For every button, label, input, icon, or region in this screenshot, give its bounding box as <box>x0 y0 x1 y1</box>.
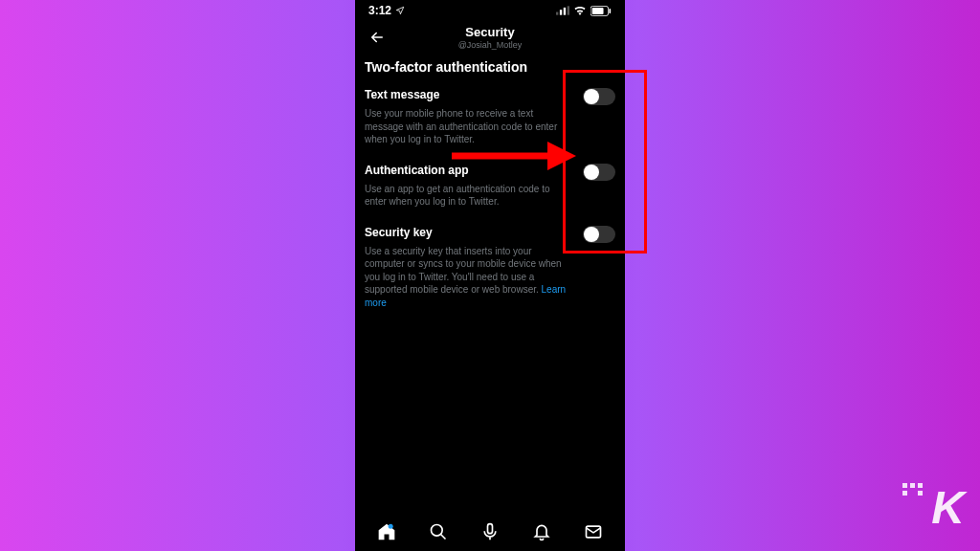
status-time: 3:12 <box>368 4 391 17</box>
svg-rect-3 <box>568 6 569 14</box>
page-subtitle: @Josiah_Motley <box>458 40 523 50</box>
svg-point-7 <box>389 524 393 529</box>
svg-rect-5 <box>592 8 604 14</box>
option-title: Authentication app <box>365 164 568 177</box>
page-title: Security <box>458 25 523 39</box>
option-title: Text message <box>365 88 568 101</box>
toggle-text-message[interactable] <box>583 88 615 105</box>
option-desc: Use an app to get an authentication code… <box>365 183 568 209</box>
toggle-security-key[interactable] <box>583 226 615 243</box>
section-title: Two-factor authentication <box>365 59 615 75</box>
option-text-message: Text message Use your mobile phone to re… <box>365 88 615 146</box>
tab-home[interactable] <box>377 522 396 541</box>
svg-rect-0 <box>556 12 558 15</box>
status-bar: 3:12 <box>355 0 625 19</box>
svg-rect-1 <box>560 10 562 14</box>
signal-icon <box>556 6 569 15</box>
tab-bar <box>355 513 625 551</box>
svg-rect-2 <box>564 8 566 15</box>
option-security-key: Security key Use a security key that ins… <box>365 226 615 310</box>
battery-icon <box>590 6 612 16</box>
svg-rect-6 <box>609 8 611 12</box>
tab-search[interactable] <box>429 522 448 541</box>
option-desc: Use a security key that inserts into you… <box>365 245 568 310</box>
content-area: Two-factor authentication Text message U… <box>355 59 625 309</box>
watermark-dots <box>902 483 923 496</box>
option-title: Security key <box>365 226 568 239</box>
watermark-logo: K <box>931 481 963 534</box>
tab-messages[interactable] <box>584 522 603 541</box>
back-button[interactable] <box>365 25 390 50</box>
tab-mic[interactable] <box>480 522 500 541</box>
option-auth-app: Authentication app Use an app to get an … <box>365 164 615 209</box>
wifi-icon <box>573 6 587 15</box>
page-header: Security @Josiah_Motley <box>355 19 625 59</box>
toggle-auth-app[interactable] <box>583 164 615 181</box>
location-icon <box>395 6 405 15</box>
phone-frame: 3:12 Security @Josiah_Motley Two-fac <box>355 0 625 551</box>
tab-notifications[interactable] <box>532 522 551 541</box>
option-desc: Use your mobile phone to receive a text … <box>365 107 568 146</box>
svg-point-8 <box>432 525 443 537</box>
svg-rect-9 <box>488 524 493 534</box>
